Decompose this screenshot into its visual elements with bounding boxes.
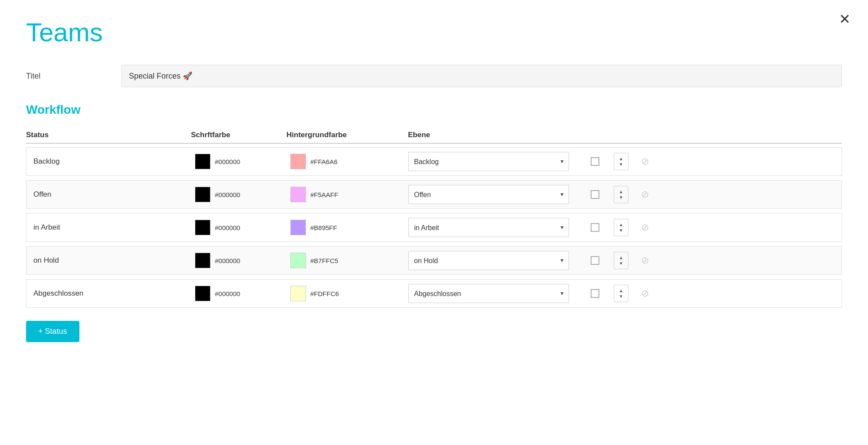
table-header: Status Schrftfarbe Hintergrundfarbe Eben…: [26, 127, 842, 144]
status-name-offen: Offen: [26, 190, 191, 199]
sort-arrows-on-hold[interactable]: ▲▼: [614, 252, 628, 269]
titel-label: Titel: [26, 72, 122, 81]
col-status: Status: [26, 131, 191, 139]
font-color-cell-backlog: #000000: [191, 154, 287, 169]
col-delete: [634, 131, 655, 139]
row-checkbox-abgeschlossen[interactable]: [591, 289, 599, 298]
sort-arrows-in-arbeit[interactable]: ▲▼: [614, 219, 628, 236]
workflow-section-title: Workflow: [26, 103, 842, 117]
ebene-cell-offen: BacklogOffenin Arbeiton HoldAbgeschlosse…: [408, 185, 582, 204]
font-color-cell-in-arbeit: #000000: [191, 220, 287, 235]
close-button[interactable]: ✕: [839, 12, 851, 26]
page-title: Teams: [26, 17, 842, 47]
delete-cell-on-hold: ⊘: [634, 255, 656, 266]
delete-cell-offen: ⊘: [634, 189, 656, 200]
font-swatch-abgeschlossen[interactable]: [195, 286, 210, 301]
checkbox-cell-in-arbeit: [582, 223, 608, 232]
table-row: in Arbeit#000000#B895FFBacklogOffenin Ar…: [26, 213, 842, 242]
status-name-abgeschlossen: Abgeschlossen: [26, 289, 191, 298]
row-checkbox-in-arbeit[interactable]: [591, 223, 599, 232]
add-status-button[interactable]: + Status: [26, 321, 79, 342]
row-checkbox-on-hold[interactable]: [591, 256, 599, 265]
titel-input[interactable]: [122, 65, 842, 87]
ebene-select-offen[interactable]: BacklogOffenin Arbeiton HoldAbgeschlosse…: [408, 185, 569, 204]
font-hex-on-hold: #000000: [215, 257, 240, 264]
font-color-cell-offen: #000000: [191, 187, 287, 202]
font-swatch-offen[interactable]: [195, 187, 210, 202]
ebene-cell-backlog: BacklogOffenin Arbeiton HoldAbgeschlosse…: [408, 152, 582, 171]
bg-swatch-on-hold[interactable]: [290, 253, 306, 268]
delete-button-abgeschlossen[interactable]: ⊘: [641, 288, 649, 299]
sort-cell-offen: ▲▼: [608, 186, 634, 203]
table-row: Offen#000000#F5AAFFBacklogOffenin Arbeit…: [26, 180, 842, 209]
row-checkbox-backlog[interactable]: [591, 157, 599, 166]
font-swatch-in-arbeit[interactable]: [195, 220, 210, 235]
sort-cell-on-hold: ▲▼: [608, 252, 634, 269]
row-checkbox-offen[interactable]: [591, 190, 599, 199]
ebene-cell-in-arbeit: BacklogOffenin Arbeiton HoldAbgeschlosse…: [408, 218, 582, 237]
checkbox-cell-abgeschlossen: [582, 289, 608, 298]
ebene-select-on-hold[interactable]: BacklogOffenin Arbeiton HoldAbgeschlosse…: [408, 251, 569, 270]
sort-cell-abgeschlossen: ▲▼: [608, 285, 634, 302]
delete-cell-in-arbeit: ⊘: [634, 222, 656, 233]
font-swatch-backlog[interactable]: [195, 154, 210, 169]
bg-hex-in-arbeit: #B895FF: [310, 224, 337, 231]
bg-swatch-backlog[interactable]: [290, 154, 306, 169]
delete-cell-abgeschlossen: ⊘: [634, 288, 656, 299]
table-row: on Hold#000000#B7FFC5BacklogOffenin Arbe…: [26, 246, 842, 275]
col-hintergrundfarbe: Hintergrundfarbe: [286, 131, 408, 139]
bg-swatch-offen[interactable]: [290, 187, 306, 202]
sort-arrows-abgeschlossen[interactable]: ▲▼: [614, 285, 628, 302]
sort-cell-backlog: ▲▼: [608, 153, 634, 170]
font-hex-abgeschlossen: #000000: [215, 290, 240, 297]
bg-swatch-abgeschlossen[interactable]: [290, 286, 306, 301]
bg-hex-abgeschlossen: #FDFFC6: [310, 290, 339, 297]
bg-color-cell-offen: #F5AAFF: [287, 187, 408, 202]
bg-color-cell-on-hold: #B7FFC5: [287, 253, 408, 268]
col-schriftfarbe: Schrftfarbe: [191, 131, 286, 139]
font-color-cell-abgeschlossen: #000000: [191, 286, 287, 301]
font-hex-offen: #000000: [215, 191, 240, 198]
workflow-table: Backlog#000000#FFA6A6BacklogOffenin Arbe…: [26, 147, 842, 308]
col-checkbox: [582, 131, 608, 139]
delete-cell-backlog: ⊘: [634, 156, 656, 167]
status-name-in-arbeit: in Arbeit: [26, 223, 191, 232]
checkbox-cell-on-hold: [582, 256, 608, 265]
titel-field-row: Titel: [26, 65, 842, 87]
delete-button-in-arbeit[interactable]: ⊘: [641, 222, 649, 233]
ebene-cell-on-hold: BacklogOffenin Arbeiton HoldAbgeschlosse…: [408, 251, 582, 270]
dialog-container: ✕ Teams Titel Workflow Status Schrftfarb…: [0, 0, 868, 445]
ebene-select-in-arbeit[interactable]: BacklogOffenin Arbeiton HoldAbgeschlosse…: [408, 218, 569, 237]
ebene-select-abgeschlossen[interactable]: BacklogOffenin Arbeiton HoldAbgeschlosse…: [408, 284, 569, 303]
bg-color-cell-backlog: #FFA6A6: [287, 154, 408, 169]
checkbox-cell-offen: [582, 190, 608, 199]
ebene-select-backlog[interactable]: BacklogOffenin Arbeiton HoldAbgeschlosse…: [408, 152, 569, 171]
font-swatch-on-hold[interactable]: [195, 253, 210, 268]
col-ebene: Ebene: [408, 131, 582, 139]
delete-button-backlog[interactable]: ⊘: [641, 156, 649, 167]
table-row: Backlog#000000#FFA6A6BacklogOffenin Arbe…: [26, 147, 842, 176]
table-row: Abgeschlossen#000000#FDFFC6BacklogOffeni…: [26, 279, 842, 308]
delete-button-on-hold[interactable]: ⊘: [641, 255, 649, 266]
delete-button-offen[interactable]: ⊘: [641, 189, 649, 200]
bg-hex-on-hold: #B7FFC5: [310, 257, 338, 264]
bg-color-cell-in-arbeit: #B895FF: [287, 220, 408, 235]
status-name-backlog: Backlog: [26, 157, 191, 166]
ebene-cell-abgeschlossen: BacklogOffenin Arbeiton HoldAbgeschlosse…: [408, 284, 582, 303]
col-sort: [608, 131, 634, 139]
bg-color-cell-abgeschlossen: #FDFFC6: [287, 286, 408, 301]
status-name-on-hold: on Hold: [26, 256, 191, 265]
font-hex-in-arbeit: #000000: [215, 224, 240, 231]
checkbox-cell-backlog: [582, 157, 608, 166]
sort-cell-in-arbeit: ▲▼: [608, 219, 634, 236]
sort-arrows-offen[interactable]: ▲▼: [614, 186, 628, 203]
bg-hex-backlog: #FFA6A6: [310, 158, 338, 165]
font-color-cell-on-hold: #000000: [191, 253, 287, 268]
font-hex-backlog: #000000: [215, 158, 240, 165]
bg-hex-offen: #F5AAFF: [310, 191, 338, 198]
sort-arrows-backlog[interactable]: ▲▼: [614, 153, 628, 170]
bg-swatch-in-arbeit[interactable]: [290, 220, 306, 235]
